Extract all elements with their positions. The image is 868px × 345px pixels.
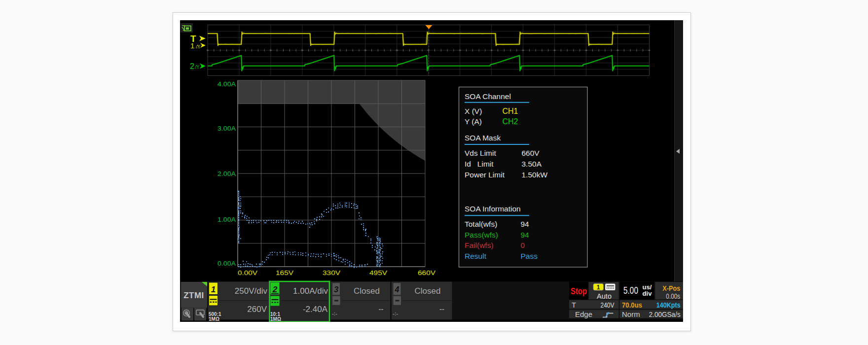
svg-text:Fail(wfs): Fail(wfs) [465, 241, 494, 249]
svg-text:1.00A: 1.00A [217, 216, 236, 223]
svg-text:-:-: -:- [393, 310, 398, 316]
svg-text:Y (A): Y (A) [465, 117, 482, 126]
svg-text:T: T [572, 301, 576, 309]
svg-text:240V: 240V [601, 301, 615, 309]
svg-text:2.00GSa/s: 2.00GSa/s [649, 310, 681, 318]
svg-text:0.00A: 0.00A [217, 260, 236, 267]
svg-text:330V: 330V [323, 269, 340, 276]
svg-text:660V: 660V [418, 269, 435, 276]
svg-text:4: 4 [395, 285, 399, 294]
svg-text:2: 2 [190, 62, 194, 70]
svg-text:1: 1 [190, 41, 194, 50]
svg-text:1.50kW: 1.50kW [522, 171, 548, 179]
svg-text:94: 94 [521, 231, 530, 239]
svg-text:140Kpts: 140Kpts [656, 301, 681, 309]
svg-text:165V: 165V [276, 269, 293, 276]
svg-text:495V: 495V [369, 269, 387, 276]
svg-text:Edge: Edge [575, 310, 592, 318]
svg-text:Vds Limit: Vds Limit [465, 149, 496, 157]
svg-text:4.00A: 4.00A [217, 80, 236, 88]
svg-text:CH2: CH2 [503, 117, 518, 126]
svg-text:1: 1 [211, 285, 216, 294]
svg-text:Auto: Auto [597, 292, 612, 300]
svg-text:1MΩ: 1MΩ [270, 316, 281, 322]
svg-text:1MΩ: 1MΩ [209, 316, 219, 322]
svg-text:0: 0 [521, 241, 525, 249]
svg-text:Pass: Pass [521, 252, 538, 260]
svg-text:Total(wfs): Total(wfs) [465, 220, 497, 228]
svg-text:div: div [643, 290, 652, 297]
svg-text:X-Pos: X-Pos [662, 284, 680, 292]
svg-text:3.50A: 3.50A [522, 160, 542, 168]
svg-text:660V: 660V [522, 149, 540, 157]
svg-text:Pass(wfs): Pass(wfs) [465, 231, 498, 239]
svg-text:Id Limit: Id Limit [465, 160, 494, 168]
svg-text:X (V): X (V) [465, 107, 482, 115]
svg-text:1: 1 [597, 284, 600, 291]
svg-text:Norm: Norm [622, 310, 640, 318]
svg-text:2.00A: 2.00A [217, 170, 236, 177]
svg-text:0.00s: 0.00s [666, 292, 680, 300]
svg-text:ZTMI: ZTMI [183, 291, 204, 300]
svg-text:SOA Channel: SOA Channel [465, 92, 511, 101]
svg-text:-:-: -:- [332, 310, 337, 316]
svg-text:94: 94 [521, 220, 530, 228]
svg-text:--: -- [379, 305, 384, 313]
svg-text:SOA Mask: SOA Mask [465, 134, 501, 142]
svg-text:SOA Information: SOA Information [465, 205, 521, 213]
svg-text:5.00: 5.00 [623, 284, 638, 296]
svg-text:70.0us: 70.0us [622, 301, 642, 309]
svg-text:--: -- [439, 305, 444, 313]
svg-text:250V/div: 250V/div [235, 286, 268, 296]
svg-text:CH1: CH1 [503, 107, 518, 115]
svg-text:3: 3 [334, 285, 338, 294]
svg-text:2: 2 [272, 285, 278, 294]
svg-text:Result: Result [465, 252, 487, 260]
svg-text:1.00A/div: 1.00A/div [293, 286, 328, 296]
svg-text:0.00V: 0.00V [238, 269, 257, 276]
svg-text:Stop: Stop [571, 286, 587, 296]
svg-text:Power Limit: Power Limit [465, 171, 505, 179]
svg-text:-2.40A: -2.40A [303, 305, 328, 314]
svg-text:3.00A: 3.00A [217, 125, 236, 132]
svg-text:Closed: Closed [415, 286, 441, 296]
svg-text:Closed: Closed [354, 286, 380, 296]
svg-text:260V: 260V [247, 305, 267, 314]
